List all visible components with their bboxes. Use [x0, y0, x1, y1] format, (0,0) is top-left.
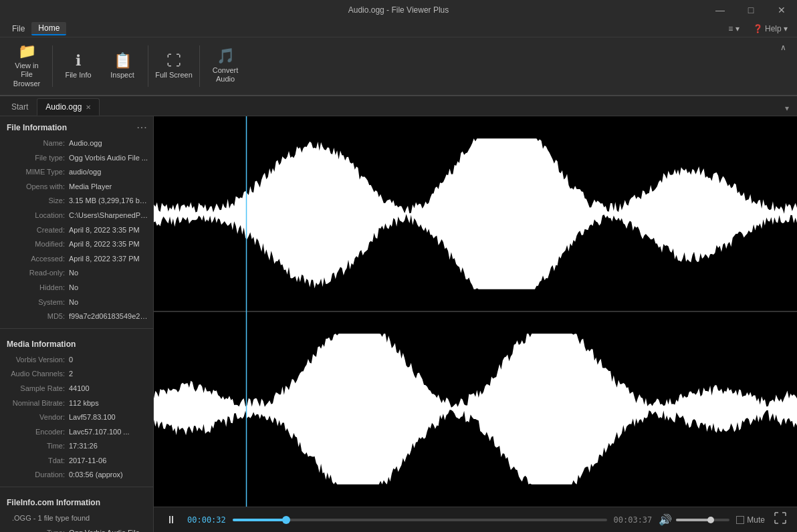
- media-info-row: Tdat:2017-11-06: [0, 454, 153, 469]
- file-info-row: Size:3.15 MB (3,299,176 bytes): [0, 194, 153, 209]
- file-info-row: Accessed:April 8, 2022 3:37 PM: [0, 252, 153, 267]
- file-info-icon: ℹ: [76, 53, 81, 68]
- volume-thumb: [707, 517, 714, 523]
- waveform-canvas: [154, 116, 797, 507]
- ribbon-separator-3: [199, 45, 200, 87]
- media-info-row: Encoder:Lavc57.107.100 ...: [0, 425, 153, 440]
- file-info-row: File type:Ogg Vorbis Audio File ...: [0, 151, 153, 166]
- file-info-row: System:No: [0, 295, 153, 310]
- menu-file[interactable]: File: [5, 23, 31, 35]
- main-layout: File Information ··· Name:Audio.oggFile …: [0, 116, 797, 532]
- window-title: Audio.ogg - File Viewer Plus: [348, 5, 449, 15]
- file-info-row: Created:April 8, 2022 3:35 PM: [0, 223, 153, 238]
- file-info-row: Modified:April 8, 2022 3:35 PM: [0, 237, 153, 252]
- divider-1: [0, 328, 153, 329]
- full-screen-icon: ⛶: [166, 53, 181, 68]
- file-info-row: Hidden:No: [0, 281, 153, 295]
- fileinfo-section-header: FileInfo.com Information: [0, 491, 153, 511]
- full-screen-label: Full Screen: [155, 71, 193, 79]
- media-info-row: Vendor:Lavf57.83.100: [0, 410, 153, 425]
- content-area: ⏸ 00:00:32 00:03:37 🔊 Mute: [154, 116, 797, 532]
- menu-home[interactable]: Home: [31, 22, 66, 35]
- volume-bar[interactable]: [676, 519, 729, 521]
- ribbon-collapse-button[interactable]: ∧: [775, 40, 792, 55]
- full-screen-button[interactable]: ⛶ Full Screen: [152, 40, 195, 92]
- volume-icon[interactable]: 🔊: [659, 513, 672, 526]
- media-info-rows: Vorbis Version:0Audio Channels:2Sample R…: [0, 353, 153, 483]
- inspect-icon: 📋: [114, 53, 132, 68]
- progress-thumb: [282, 516, 290, 524]
- media-info-row: Time:17:31:26: [0, 439, 153, 454]
- help-button[interactable]: ❓ Help ▾: [749, 23, 792, 35]
- mute-label: Mute: [747, 515, 765, 525]
- media-info-row: Nominal Bitrate:112 kbps: [0, 396, 153, 411]
- menubar: File Home ≡ ▾ ❓ Help ▾: [0, 20, 797, 37]
- file-info-label: File Info: [65, 71, 91, 79]
- media-info-row: Audio Channels:2: [0, 367, 153, 382]
- volume-fill: [676, 519, 711, 521]
- window-controls: — □ ✕: [705, 0, 797, 20]
- file-info-row: Location:C:\Users\SharpenedPr...: [0, 209, 153, 223]
- sidebar-resize-handle[interactable]: [150, 116, 153, 532]
- media-info-row: Duration:0:03:56 (approx): [0, 468, 153, 483]
- progress-fill: [233, 519, 287, 521]
- view-in-browser-icon: 📁: [18, 44, 36, 59]
- tabbar: Start Audio.ogg ✕ ▾: [0, 96, 797, 116]
- media-info-row: Sample Rate:44100: [0, 382, 153, 396]
- waveform-area: [154, 116, 797, 507]
- mute-area: Mute: [736, 515, 765, 525]
- inspect-button[interactable]: 📋 Inspect: [101, 40, 144, 92]
- transport-bar: ⏸ 00:00:32 00:03:37 🔊 Mute: [154, 507, 797, 532]
- ribbon: 📁 View in File Browser ℹ File Info 📋 Ins…: [0, 37, 797, 96]
- file-info-button[interactable]: ℹ File Info: [57, 40, 100, 92]
- menubar-right: ≡ ▾ ❓ Help ▾: [724, 23, 792, 35]
- close-button[interactable]: ✕: [766, 0, 797, 20]
- progress-bar[interactable]: [233, 519, 607, 521]
- file-info-row: Read-only:No: [0, 266, 153, 281]
- fileinfo-subtitle-row: .OGG - 1 file type found: [0, 511, 153, 526]
- file-info-menu-dots[interactable]: ···: [137, 123, 148, 132]
- titlebar: Audio.ogg - File Viewer Plus — □ ✕: [0, 0, 797, 20]
- convert-audio-button[interactable]: 🎵 Convert Audio: [204, 40, 247, 92]
- play-pause-button[interactable]: ⏸: [162, 511, 181, 529]
- tab-dropdown-arrow[interactable]: ▾: [780, 101, 794, 116]
- ribbon-separator-2: [148, 45, 148, 87]
- tab-close-icon[interactable]: ✕: [86, 104, 91, 111]
- media-info-row: Vorbis Version:0: [0, 353, 153, 368]
- maximize-button[interactable]: □: [735, 0, 766, 20]
- mute-checkbox[interactable]: [736, 516, 744, 524]
- volume-area: 🔊: [659, 513, 729, 526]
- ribbon-separator-1: [52, 45, 53, 87]
- file-info-rows: Name:Audio.oggFile type:Ogg Vorbis Audio…: [0, 136, 153, 324]
- tab-start[interactable]: Start: [3, 98, 37, 116]
- fileinfo-com-row: Type:Ogg Vorbis Audio File: [0, 526, 153, 532]
- convert-audio-label: Convert Audio: [213, 66, 239, 84]
- fullscreen-button[interactable]: [772, 509, 789, 530]
- tab-audio-ogg[interactable]: Audio.ogg ✕: [37, 98, 100, 116]
- options-button[interactable]: ≡ ▾: [724, 23, 743, 35]
- file-info-row: Name:Audio.ogg: [0, 136, 153, 151]
- minimize-button[interactable]: —: [705, 0, 735, 20]
- total-time: 00:03:37: [614, 515, 653, 525]
- file-info-row: Opens with:Media Player: [0, 180, 153, 194]
- sidebar: File Information ··· Name:Audio.oggFile …: [0, 116, 154, 532]
- fileinfo-rows: Type:Ogg Vorbis Audio FileCategory:Audio…: [0, 526, 153, 532]
- file-info-section-header: File Information ···: [0, 116, 153, 136]
- media-info-section-header: Media Information: [0, 333, 153, 353]
- file-info-row: MIME Type:audio/ogg: [0, 165, 153, 180]
- file-info-row: MD5:f99a7c2d06183549e25f...: [0, 309, 153, 324]
- view-in-browser-button[interactable]: 📁 View in File Browser: [5, 40, 48, 92]
- convert-audio-icon: 🎵: [217, 49, 235, 63]
- current-time: 00:00:32: [187, 515, 226, 525]
- view-in-browser-label: View in File Browser: [8, 61, 45, 88]
- divider-2: [0, 487, 153, 487]
- inspect-label: Inspect: [110, 71, 134, 79]
